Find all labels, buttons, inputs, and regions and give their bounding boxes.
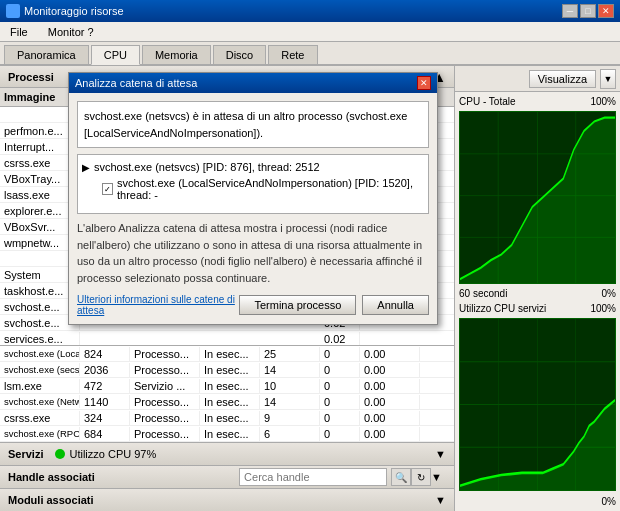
dialog-tree: ▶ svchost.exe (netsvcs) [PID: 876], thre… (77, 154, 429, 214)
wait-chain-dialog: Analizza catena di attesa ✕ svchost.exe … (68, 72, 438, 325)
annulla-button[interactable]: Annulla (362, 295, 429, 315)
tree-root-item: ▶ svchost.exe (netsvcs) [PID: 876], thre… (82, 159, 424, 175)
dialog-overlay: Analizza catena di attesa ✕ svchost.exe … (0, 0, 620, 511)
dialog-title-bar: Analizza catena di attesa ✕ (69, 73, 437, 93)
termina-processo-button[interactable]: Termina processo (239, 295, 356, 315)
dialog-info-link[interactable]: Ulteriori informazioni sulle catene di a… (77, 294, 237, 316)
tree-child-label: svchost.exe (LocalServiceAndNoImpersonat… (117, 177, 424, 201)
dialog-info-box: svchost.exe (netsvcs) è in attesa di un … (77, 101, 429, 148)
tree-expand-icon: ▶ (82, 162, 90, 173)
dialog-content: svchost.exe (netsvcs) è in attesa di un … (69, 93, 437, 324)
dialog-title-text: Analizza catena di attesa (75, 77, 197, 89)
tree-root-label: svchost.exe (netsvcs) [PID: 876], thread… (94, 161, 320, 173)
dialog-close-button[interactable]: ✕ (417, 76, 431, 90)
tree-child-checkbox[interactable]: ✓ (102, 183, 113, 195)
tree-child-item: ✓ svchost.exe (LocalServiceAndNoImperson… (82, 175, 424, 203)
dialog-description: L'albero Analizza catena di attesa mostr… (77, 220, 429, 286)
dialog-buttons: Ulteriori informazioni sulle catene di a… (77, 294, 429, 316)
dialog-wait-text: svchost.exe (netsvcs) è in attesa di un … (84, 110, 407, 139)
dialog-action-buttons: Termina processo Annulla (239, 295, 429, 315)
